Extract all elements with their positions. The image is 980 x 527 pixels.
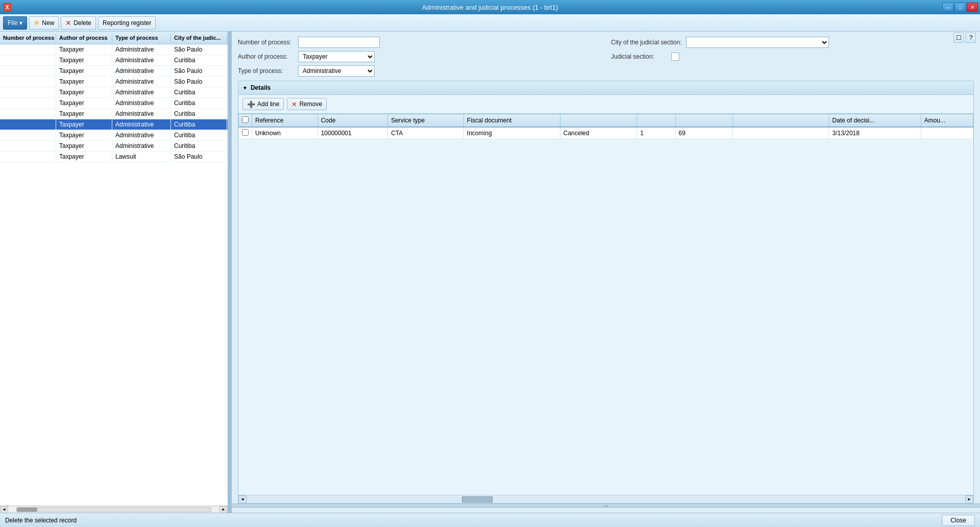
judicial-section-label: Judicial section:: [611, 53, 667, 60]
details-table-container[interactable]: Reference Code Service type Fiscal docum…: [238, 114, 973, 495]
cell-city: Curitiba: [171, 109, 227, 119]
view-toggle-icon[interactable]: ☐: [953, 33, 964, 43]
list-body[interactable]: Taxpayer Administrative São Paulo Taxpay…: [0, 44, 228, 506]
city-select[interactable]: [686, 37, 829, 48]
details-table-header-row: Reference Code Service type Fiscal docum…: [239, 114, 973, 128]
list-item[interactable]: Taxpayer Administrative Curitiba: [0, 141, 228, 152]
cell-date: 3/13/2018: [829, 127, 921, 139]
list-item[interactable]: Taxpayer Administrative São Paulo: [0, 44, 228, 55]
cell-city: Curitiba: [171, 141, 227, 151]
cell-number: [0, 141, 56, 151]
details-scroll-track: [247, 496, 965, 503]
details-section: ▼ Details ➕ Add line ✕ Remove: [238, 81, 974, 504]
table-row[interactable]: Unknown 100000001 CTA Incoming Canceled …: [239, 127, 973, 139]
details-scroll-left[interactable]: ◄: [238, 495, 247, 504]
cell-service-type: CTA: [388, 127, 464, 139]
th-code: Code: [317, 114, 388, 128]
close-button[interactable]: Close: [942, 515, 975, 526]
help-icon[interactable]: ?: [966, 33, 976, 43]
delete-label: Delete: [74, 19, 91, 27]
cell-number: [0, 130, 56, 140]
col-header-city: City of the judic...: [171, 34, 227, 42]
new-button[interactable]: ✳ New: [29, 16, 59, 30]
app-icon: X: [3, 3, 11, 11]
cell-amount: [921, 127, 973, 139]
window-title: Administrative and judicial processes (1…: [422, 4, 558, 11]
col-header-number: Number of process: [0, 34, 56, 42]
list-item[interactable]: Taxpayer Administrative Curitiba: [0, 87, 228, 98]
scroll-left-arrow[interactable]: ◄: [0, 506, 8, 513]
th-col6: [637, 114, 675, 128]
minimize-button[interactable]: —: [942, 3, 953, 12]
file-label: File: [8, 19, 17, 27]
cell-type: Administrative: [112, 87, 171, 97]
scroll-right-arrow[interactable]: ►: [219, 506, 228, 513]
status-bar: Delete the selected record Close: [0, 513, 980, 527]
scroll-thumb: [17, 508, 37, 512]
list-item[interactable]: Taxpayer Administrative Curitiba: [0, 130, 228, 141]
delete-button[interactable]: ✕ Delete: [61, 16, 96, 30]
add-line-button[interactable]: ➕ Add line: [242, 98, 284, 110]
list-item[interactable]: Taxpayer Administrative Curitiba: [0, 98, 228, 109]
th-service-type: Service type: [388, 114, 464, 128]
file-button[interactable]: File ▾: [3, 16, 27, 30]
list-item[interactable]: Taxpayer Administrative São Paulo: [0, 66, 228, 77]
cell-type: Administrative: [112, 119, 171, 130]
details-scroll-bar[interactable]: ◄ ►: [238, 495, 973, 503]
cell-fiscal-doc: Incoming: [463, 127, 560, 139]
details-scroll-right[interactable]: ►: [965, 495, 973, 504]
city-label: City of the judicial section:: [611, 39, 682, 46]
author-select[interactable]: TaxpayerTax authorityOther: [298, 51, 375, 62]
th-fiscal-doc: Fiscal document: [463, 114, 560, 128]
cell-number: [0, 98, 56, 108]
cell-author: Taxpayer: [56, 152, 112, 162]
list-item[interactable]: Taxpayer Administrative Curitiba: [0, 109, 228, 119]
cell-type: Administrative: [112, 77, 171, 87]
restore-button[interactable]: □: [954, 3, 966, 12]
list-item[interactable]: Taxpayer Lawsuit São Paulo: [0, 152, 228, 162]
remove-button[interactable]: ✕ Remove: [287, 98, 327, 110]
main-layout: Number of process Author of process Type…: [0, 32, 980, 513]
add-line-icon: ➕: [247, 101, 255, 108]
select-all-checkbox[interactable]: [242, 116, 249, 123]
author-label: Author of process:: [238, 53, 294, 60]
remove-icon: ✕: [291, 101, 297, 108]
list-item[interactable]: Taxpayer Administrative São Paulo: [0, 77, 228, 87]
list-item[interactable]: Taxpayer Administrative Curitiba: [0, 55, 228, 66]
add-line-label: Add line: [257, 101, 279, 108]
cell-type: Administrative: [112, 44, 171, 55]
cell-type: Administrative: [112, 55, 171, 65]
row-checkbox[interactable]: [242, 129, 249, 136]
window-controls: — □ ✕: [942, 3, 978, 12]
right-panel: Number of process: City of the judicial …: [232, 32, 980, 513]
th-checkbox[interactable]: [239, 114, 252, 128]
cell-city: Curitiba: [171, 87, 227, 97]
judicial-section-checkbox[interactable]: [671, 53, 679, 61]
cell-number: [0, 44, 56, 55]
th-reference: Reference: [252, 114, 318, 128]
resize-handle[interactable]: •••: [232, 504, 980, 508]
col-header-type: Type of process: [112, 34, 171, 42]
cell-author: Taxpayer: [56, 66, 112, 76]
cell-status: Canceled: [560, 127, 637, 139]
delete-icon: ✕: [65, 19, 71, 27]
author-row: Author of process: TaxpayerTax authority…: [238, 51, 601, 62]
row-checkbox-cell[interactable]: [239, 127, 252, 139]
new-label: New: [42, 19, 54, 27]
cell-author: Taxpayer: [56, 77, 112, 87]
details-table-body: Unknown 100000001 CTA Incoming Canceled …: [239, 127, 973, 139]
th-date: Date of decisi...: [829, 114, 921, 128]
type-select[interactable]: AdministrativeLawsuit: [298, 65, 375, 77]
title-bar: X Administrative and judicial processes …: [0, 0, 980, 14]
cell-author: Taxpayer: [56, 109, 112, 119]
close-window-button[interactable]: ✕: [967, 3, 978, 12]
number-of-process-input[interactable]: [298, 37, 380, 48]
cell-number: [0, 66, 56, 76]
details-scroll-thumb: [462, 496, 493, 503]
reporting-register-button[interactable]: Reporting register: [98, 16, 156, 30]
list-item[interactable]: Taxpayer Administrative Curitiba: [0, 119, 228, 130]
left-scrollbar[interactable]: ◄ ►: [0, 506, 228, 513]
cell-number: [0, 109, 56, 119]
number-of-process-row: Number of process:: [238, 37, 601, 48]
collapse-icon[interactable]: ▼: [242, 85, 248, 91]
